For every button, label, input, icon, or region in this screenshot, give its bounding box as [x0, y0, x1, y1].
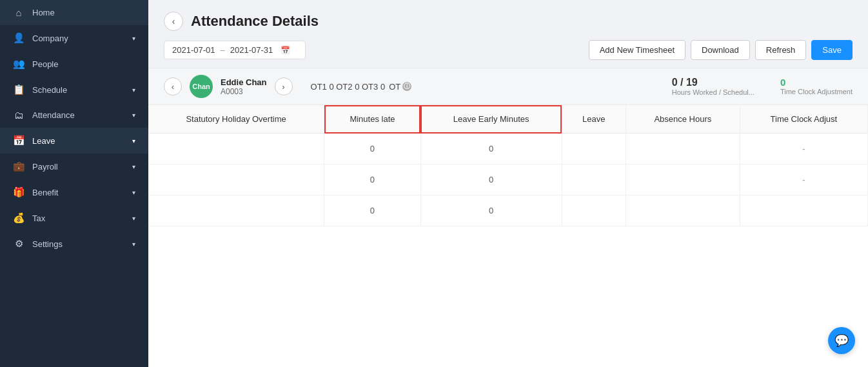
- cell-minutes_late-0: 0: [324, 134, 421, 164]
- sidebar-label-tax: Tax: [32, 213, 124, 223]
- employee-id: A0003: [221, 87, 267, 96]
- col-header-absence: Absence Hours: [626, 105, 740, 134]
- save-button[interactable]: Save: [811, 40, 853, 60]
- sidebar-label-attendance: Attendance: [32, 110, 124, 120]
- col-header-time_clock: Time Clock Adjust: [740, 105, 867, 134]
- cell-statutory-2: [148, 195, 324, 226]
- date-end: 2021-07-31: [230, 45, 273, 55]
- sidebar-label-payroll: Payroll: [32, 162, 124, 172]
- hours-worked-value: 0 / 19: [672, 77, 698, 88]
- table-row: 00-: [148, 164, 868, 195]
- col-header-statutory: Statutory Holiday Overtime: [148, 105, 324, 134]
- adjustment-value: 0: [780, 77, 785, 88]
- prev-employee-button[interactable]: ‹: [164, 77, 182, 95]
- sidebar-item-company[interactable]: 👤 Company ▾: [0, 25, 148, 51]
- ot-sub: OTⓘ: [389, 82, 411, 92]
- cell-time_clock-1: -: [740, 164, 867, 195]
- attendance-icon: 🗂: [13, 110, 25, 121]
- date-start: 2021-07-01: [172, 45, 215, 55]
- cell-leave-2: [562, 195, 626, 226]
- sidebar-item-leave[interactable]: 📅 Leave ▾: [0, 128, 148, 154]
- schedule-icon: 📋: [13, 84, 25, 95]
- employee-info: Eddie Chan A0003: [221, 77, 267, 96]
- chevron-payroll-icon: ▾: [132, 163, 135, 170]
- payroll-icon: 💼: [13, 161, 25, 172]
- hours-worked-label: Hours Worked / Schedul...: [672, 88, 755, 96]
- sidebar-item-benefit[interactable]: 🎁 Benefit ▾: [0, 179, 148, 205]
- chat-button[interactable]: 💬: [828, 327, 855, 354]
- table-row: 00-: [148, 134, 868, 164]
- ot-info: OT1 0 OT2 0 OT3 0 OTⓘ: [311, 82, 412, 92]
- leave-icon: 📅: [13, 135, 25, 146]
- col-header-minutes_late: Minutes late: [324, 105, 421, 134]
- hours-worked-block: 0 / 19 Hours Worked / Schedul...: [672, 77, 755, 96]
- table-row: 00: [148, 195, 868, 226]
- chevron-attendance-icon: ▾: [132, 112, 135, 119]
- chevron-leave-icon: ▾: [132, 137, 135, 144]
- page-header: ‹ Attendance Details: [148, 0, 868, 40]
- cell-minutes_late-2: 0: [324, 195, 421, 226]
- settings-icon: ⚙: [13, 238, 25, 250]
- cell-time_clock-0: -: [740, 134, 867, 164]
- cell-statutory-0: [148, 134, 324, 164]
- chevron-benefit-icon: ▾: [132, 189, 135, 196]
- adjustment-label: Time Clock Adjustment: [780, 88, 853, 95]
- cell-leave-0: [562, 134, 626, 164]
- employee-bar: ‹ Chan Eddie Chan A0003 › OT1 0 OT2 0 OT…: [148, 68, 868, 105]
- attendance-table-area: Statutory Holiday OvertimeMinutes lateLe…: [148, 105, 868, 367]
- cell-absence-0: [626, 134, 740, 164]
- chevron-settings-icon: ▾: [132, 241, 135, 248]
- page-title: Attendance Details: [191, 13, 319, 30]
- sidebar-item-home[interactable]: ⌂ Home: [0, 0, 148, 25]
- toolbar-right: Add New Timesheet Download Refresh Save: [589, 40, 853, 60]
- chevron-tax-icon: ▾: [132, 215, 135, 222]
- sidebar-item-people[interactable]: 👥 People: [0, 51, 148, 77]
- col-header-leave_early: Leave Early Minutes: [420, 105, 562, 134]
- sidebar-label-home: Home: [32, 8, 135, 17]
- sidebar-label-company: Company: [32, 34, 124, 43]
- home-icon: ⌂: [13, 7, 25, 18]
- employee-name: Eddie Chan: [221, 77, 267, 87]
- sidebar-label-schedule: Schedule: [32, 85, 124, 95]
- refresh-button[interactable]: Refresh: [755, 40, 807, 60]
- avatar: Chan: [190, 75, 213, 98]
- attendance-table: Statutory Holiday OvertimeMinutes lateLe…: [148, 105, 868, 226]
- sidebar: ⌂ Home 👤 Company ▾ 👥 People 📋 Schedule ▾…: [0, 0, 148, 367]
- sidebar-item-tax[interactable]: 💰 Tax ▾: [0, 205, 148, 231]
- chevron-schedule-icon: ▾: [132, 86, 135, 94]
- date-range-picker[interactable]: 2021-07-01 – 2021-07-31 📅: [164, 41, 306, 59]
- sidebar-item-attendance[interactable]: 🗂 Attendance ▾: [0, 103, 148, 128]
- cell-absence-1: [626, 164, 740, 195]
- next-employee-button[interactable]: ›: [275, 77, 293, 95]
- cell-minutes_late-1: 0: [324, 164, 421, 195]
- people-icon: 👥: [13, 58, 25, 70]
- tax-icon: 💰: [13, 212, 25, 224]
- date-separator: –: [221, 45, 225, 55]
- hours-info: 0 / 19 Hours Worked / Schedul... 0 Time …: [672, 77, 853, 96]
- table-body: 00-00-00: [148, 134, 868, 226]
- cell-leave_early-1: 0: [420, 164, 562, 195]
- benefit-icon: 🎁: [13, 186, 25, 198]
- chevron-company-icon: ▾: [132, 35, 135, 42]
- sidebar-label-settings: Settings: [32, 239, 124, 249]
- sidebar-item-settings[interactable]: ⚙ Settings ▾: [0, 231, 148, 257]
- back-button[interactable]: ‹: [164, 12, 183, 31]
- calendar-icon: 📅: [281, 46, 290, 55]
- download-button[interactable]: Download: [691, 40, 750, 60]
- cell-time_clock-2: [740, 195, 867, 226]
- add-timesheet-button[interactable]: Add New Timesheet: [589, 40, 686, 60]
- sidebar-item-payroll[interactable]: 💼 Payroll ▾: [0, 154, 148, 179]
- sidebar-label-benefit: Benefit: [32, 188, 124, 197]
- main-content: ‹ Attendance Details 2021-07-01 – 2021-0…: [148, 0, 868, 367]
- cell-statutory-1: [148, 164, 324, 195]
- cell-leave_early-2: 0: [420, 195, 562, 226]
- company-icon: 👤: [13, 32, 25, 44]
- cell-leave_early-0: 0: [420, 134, 562, 164]
- col-header-leave: Leave: [562, 105, 626, 134]
- ot-values: OT1 0 OT2 0 OT3 0: [311, 82, 386, 92]
- sidebar-item-schedule[interactable]: 📋 Schedule ▾: [0, 77, 148, 103]
- ot-info-icon: ⓘ: [402, 82, 411, 91]
- adjustment-block: 0 Time Clock Adjustment: [780, 77, 853, 95]
- toolbar: 2021-07-01 – 2021-07-31 📅 Add New Timesh…: [148, 40, 868, 68]
- cell-leave-1: [562, 164, 626, 195]
